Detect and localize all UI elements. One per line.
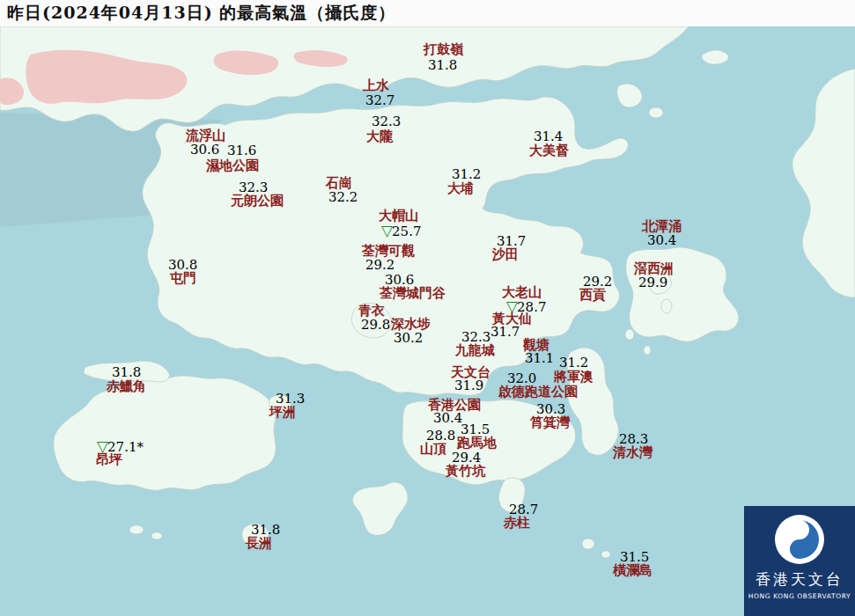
- hko-max-temperature-map: 昨日(2024年04月13日) 的最高氣溫（攝氏度）: [0, 0, 855, 616]
- hong-kong-map: [0, 26, 855, 616]
- logo-text-english: HONG KONG OBSERVATORY: [748, 592, 851, 600]
- island-shelter-2: [625, 329, 634, 340]
- hko-logo-icon: [747, 506, 852, 568]
- island-shelter-1: [661, 299, 672, 313]
- island-soko-1: [129, 525, 144, 534]
- hko-logo-block: 香港天文台 HONG KONG OBSERVATORY: [744, 506, 855, 616]
- page-title: 昨日(2024年04月13日) 的最高氣溫（攝氏度）: [7, 2, 395, 25]
- island-po-toi: [582, 539, 594, 549]
- island-tung-ping-chau: [702, 50, 728, 64]
- island-crooked: [649, 107, 663, 118]
- land-peng-chau: [269, 394, 291, 414]
- title-bar: 昨日(2024年04月13日) 的最高氣溫（攝氏度）: [0, 0, 855, 26]
- logo-text-chinese: 香港天文台: [755, 569, 844, 590]
- island-waglan: [601, 551, 610, 558]
- island-soko-2: [151, 532, 162, 539]
- island-shelter-3: [644, 346, 651, 355]
